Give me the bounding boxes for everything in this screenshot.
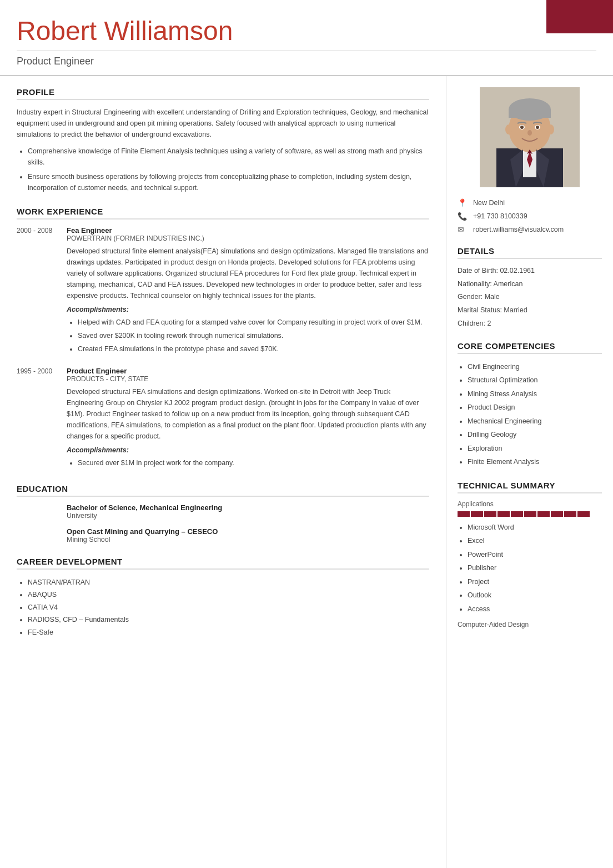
accomplishment-1-2: Saved over $200K in tooling rework throu… [78, 330, 429, 341]
work-details-2: Product Engineer PRODUCTS - CITY, STATE … [67, 367, 429, 471]
app-7: Access [468, 603, 602, 616]
work-date-2: 1995 - 2000 [17, 367, 67, 471]
bar-seg-5 [511, 511, 523, 517]
app-6: Outlook [468, 589, 602, 602]
edu-details-2: Open Cast Mining and Quarrying – CESECO … [67, 527, 429, 543]
right-column: 📍 New Delhi 📞 +91 730 8100339 ✉ robert.w… [446, 76, 613, 868]
header: Robert Williamson Product Engineer [0, 0, 613, 76]
app-4: Publisher [468, 562, 602, 575]
contact-location: 📍 New Delhi [458, 198, 602, 207]
edu-school-1: University [67, 512, 429, 520]
applications-list: Microsoft Word Excel PowerPoint Publishe… [458, 521, 602, 616]
svg-rect-7 [509, 109, 551, 118]
work-date-1: 2000 - 2008 [17, 226, 67, 357]
profile-bullet-2: Ensure smooth business operations by fol… [28, 171, 429, 193]
email-icon: ✉ [458, 225, 469, 234]
career-development-title: CAREER DEVELOPMENT [17, 557, 429, 570]
app-1: Microsoft Word [468, 521, 602, 534]
contact-phone-text: +91 730 8100339 [473, 212, 527, 220]
accomplishments-list-2: Secured over $1M in project work for the… [67, 457, 429, 468]
svg-point-14 [547, 124, 554, 134]
edu-school-2: Mining School [67, 536, 429, 543]
education-title: EDUCATION [17, 484, 429, 497]
details-marital: Marital Status: Married [458, 305, 602, 316]
header-left: Robert Williamson Product Engineer [17, 17, 596, 69]
work-details-1: Fea Engineer POWERTRAIN (FORMER INDUSTRI… [67, 226, 429, 357]
header-accent-block [546, 0, 613, 33]
accomplishment-1-1: Helped with CAD and FEA quoting for a st… [78, 317, 429, 328]
competency-3: Mining Stress Analysis [468, 388, 602, 401]
career-item-3: CATIA V4 [28, 601, 429, 614]
work-experience-section: WORK EXPERIENCE 2000 - 2008 Fea Engineer… [17, 207, 429, 471]
contact-email: ✉ robert.williams@visualcv.com [458, 225, 602, 234]
work-desc-1: Developed structural finite element anal… [67, 246, 429, 301]
career-item-5: FE-Safe [28, 626, 429, 639]
profile-bullet-1: Comprehensive knowledge of Finite Elemen… [28, 146, 429, 168]
details-section: DETAILS Date of Birth: 02.02.1961 Nation… [458, 246, 602, 329]
career-development-section: CAREER DEVELOPMENT NASTRAN/PATRAN ABAQUS… [17, 557, 429, 639]
accomplishments-title-1: Accomplishments: [67, 306, 429, 313]
bar-seg-1 [458, 511, 470, 517]
profile-summary: Industry expert in Structural Engineerin… [17, 107, 429, 140]
technical-summary-title: TECHNICAL SUMMARY [458, 481, 602, 493]
candidate-photo [480, 87, 580, 187]
accomplishments-title-2: Accomplishments: [67, 446, 429, 454]
svg-point-12 [527, 130, 532, 136]
work-company-1: POWERTRAIN (FORMER INDUSTRIES INC.) [67, 235, 429, 242]
details-dob: Date of Birth: 02.02.1961 [458, 266, 602, 276]
bar-seg-2 [471, 511, 483, 517]
work-title-2: Product Engineer [67, 367, 429, 375]
competencies-section: CORE COMPETENCIES Civil Engineering Stru… [458, 341, 602, 468]
competency-8: Finite Element Analysis [468, 456, 602, 468]
location-icon: 📍 [458, 198, 469, 207]
edu-details-1: Bachelor of Science, Mechanical Engineer… [67, 503, 429, 520]
app-5: Project [468, 576, 602, 588]
work-desc-2: Developed structural FEA simulations and… [67, 386, 429, 442]
computer-aided-label: Computer-Aided Design [458, 621, 602, 628]
work-company-2: PRODUCTS - CITY, STATE [67, 375, 429, 383]
svg-point-11 [536, 126, 539, 129]
competencies-title: CORE COMPETENCIES [458, 341, 602, 354]
candidate-title: Product Engineer [17, 51, 596, 69]
svg-point-13 [505, 124, 512, 134]
accomplishments-list-1: Helped with CAD and FEA quoting for a st… [67, 317, 429, 355]
contact-phone: 📞 +91 730 8100339 [458, 212, 602, 221]
edu-blank-2 [17, 527, 67, 543]
details-gender: Gender: Male [458, 292, 602, 302]
app-2: Excel [468, 535, 602, 547]
contact-section: 📍 New Delhi 📞 +91 730 8100339 ✉ robert.w… [458, 198, 602, 234]
profile-title: PROFILE [17, 87, 429, 100]
applications-label: Applications [458, 500, 602, 508]
details-nationality: Nationality: American [458, 279, 602, 290]
competency-list: Civil Engineering Structural Optimizatio… [458, 361, 602, 468]
technical-summary-section: TECHNICAL SUMMARY Applications Microsoft… [458, 481, 602, 629]
career-list: NASTRAN/PATRAN ABAQUS CATIA V4 RADIOSS, … [17, 576, 429, 639]
candidate-name: Robert Williamson [17, 17, 596, 46]
education-section: EDUCATION Bachelor of Science, Mechanica… [17, 484, 429, 543]
career-item-4: RADIOSS, CFD – Fundamentals [28, 613, 429, 626]
bar-seg-10 [577, 511, 590, 517]
work-item-2: 1995 - 2000 Product Engineer PRODUCTS - … [17, 367, 429, 471]
applications-progress-bar [458, 511, 602, 517]
edu-degree-1: Bachelor of Science, Mechanical Engineer… [67, 503, 429, 512]
bar-seg-9 [564, 511, 576, 517]
work-title-1: Fea Engineer [67, 226, 429, 235]
details-title: DETAILS [458, 246, 602, 259]
svg-point-10 [520, 126, 524, 129]
profile-bullets: Comprehensive knowledge of Finite Elemen… [17, 146, 429, 193]
work-item-1: 2000 - 2008 Fea Engineer POWERTRAIN (FOR… [17, 226, 429, 357]
main-content: PROFILE Industry expert in Structural En… [0, 76, 613, 868]
edu-degree-2: Open Cast Mining and Quarrying – CESECO [67, 527, 429, 536]
contact-location-text: New Delhi [473, 199, 505, 207]
bar-seg-3 [484, 511, 496, 517]
competency-2: Structural Optimization [468, 374, 602, 387]
competency-4: Product Design [468, 401, 602, 414]
accomplishment-1-3: Created FEA simulations in the prototype… [78, 343, 429, 355]
competency-5: Mechanical Engineering [468, 415, 602, 428]
details-children: Children: 2 [458, 318, 602, 329]
bar-seg-7 [537, 511, 550, 517]
bar-seg-6 [524, 511, 536, 517]
contact-email-text: robert.williams@visualcv.com [473, 226, 564, 233]
competency-7: Exploration [468, 442, 602, 455]
edu-item-2: Open Cast Mining and Quarrying – CESECO … [17, 527, 429, 543]
